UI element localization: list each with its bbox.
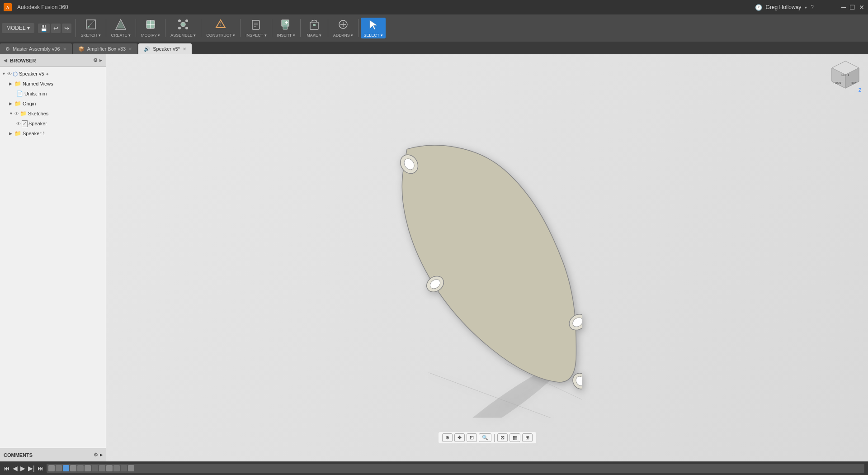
orbit-button[interactable]: ⊕ [442, 433, 453, 442]
nav-cube[interactable]: LEFT FRONT TOP Z [827, 59, 863, 95]
speaker-sketch-eye-icon[interactable]: 👁 [16, 121, 21, 126]
timeline-marker-2[interactable] [56, 465, 62, 471]
undo-button[interactable]: ↩ [51, 24, 61, 33]
tab-icon-amplifier: 📦 [78, 46, 85, 52]
pan-button[interactable]: ✥ [454, 433, 465, 442]
timeline-marker-9[interactable] [106, 465, 113, 471]
toolbar-inspect[interactable]: INSPECT ▾ [243, 18, 269, 38]
toolbar-construct[interactable]: CONSTRUCT ▾ [203, 18, 238, 38]
toolbar-sep-10 [358, 19, 359, 37]
speaker1-arrow[interactable]: ▶ [9, 131, 14, 136]
timeline-marker-10[interactable] [113, 465, 120, 471]
user-dropdown-icon[interactable]: ▾ [805, 5, 807, 10]
svg-text:FRONT: FRONT [834, 81, 843, 84]
timeline-prev-button[interactable]: ◀ [13, 465, 18, 472]
window-controls[interactable]: ─ ☐ ✕ [841, 4, 864, 11]
addins-icon [337, 19, 349, 32]
sketches-folder-icon: 📁 [20, 110, 27, 117]
grid-button[interactable]: ▦ [509, 433, 520, 442]
tab-speaker[interactable]: 🔊 Speaker v5* ✕ [138, 43, 192, 54]
tree-item-origin[interactable]: ▶ 📁 Origin [0, 99, 106, 109]
timeline-marker-6[interactable] [85, 465, 91, 471]
tab-close-master[interactable]: ✕ [63, 47, 66, 52]
view-settings-button[interactable]: ⊞ [522, 433, 533, 442]
maximize-button[interactable]: ☐ [849, 4, 855, 11]
root-visibility-dot[interactable]: ● [46, 71, 49, 76]
display-mode-button[interactable]: ⊠ [497, 433, 508, 442]
svg-point-4 [88, 26, 90, 28]
tab-master-assembly[interactable]: ⚙ Master Assembly v96 ✕ [0, 43, 72, 54]
assemble-icon [177, 19, 189, 32]
save-button[interactable]: 💾 [38, 24, 50, 33]
tree-item-units[interactable]: 📄 Units: mm [0, 89, 106, 99]
assemble-label: ASSEMBLE ▾ [170, 33, 196, 38]
tree-item-root[interactable]: ▼ 👁 ⬡ Speaker v5 ● [0, 69, 106, 79]
timeline-marker-12[interactable] [128, 465, 134, 471]
comments-expand-button[interactable]: ▸ [100, 452, 103, 458]
timeline-next-button[interactable]: ▶| [28, 465, 35, 472]
timeline-marker-3[interactable] [63, 465, 69, 471]
timeline-marker-8[interactable] [99, 465, 105, 471]
close-button[interactable]: ✕ [859, 4, 864, 11]
named-views-arrow[interactable]: ▶ [9, 81, 14, 86]
help-icon[interactable]: ? [811, 4, 814, 10]
model-mode-button[interactable]: MODEL ▾ [2, 23, 34, 33]
speaker-sketch-check-icon: ✓ [22, 120, 28, 127]
toolbar-create[interactable]: CREATE ▾ [108, 18, 133, 38]
title-bar: A Autodesk Fusion 360 🕐 Greg Holloway ▾ … [0, 0, 868, 14]
timeline-play-button[interactable]: ▶ [20, 465, 25, 472]
zoom-fit-button[interactable]: ⊡ [467, 433, 477, 442]
browser-collapse-button[interactable]: ◀ [4, 58, 7, 63]
toolbar-sketch[interactable]: SKETCH ▾ [78, 18, 104, 38]
timeline-end-button[interactable]: ⏭ [38, 465, 44, 472]
timeline-marker-7[interactable] [92, 465, 98, 471]
viewport-controls: ⊕ ✥ ⊡ 🔍 ⊠ ▦ ⊞ [439, 432, 536, 443]
redo-button[interactable]: ↪ [62, 24, 71, 33]
timeline-marker-4[interactable] [70, 465, 76, 471]
tab-close-speaker[interactable]: ✕ [183, 47, 186, 52]
sketches-eye-icon[interactable]: 👁 [14, 111, 19, 116]
comments-settings-button[interactable]: ⚙ [94, 452, 98, 458]
timeline-marker-11[interactable] [121, 465, 127, 471]
timeline-marker-5[interactable] [77, 465, 84, 471]
timeline-marker-1[interactable] [48, 465, 55, 471]
origin-arrow[interactable]: ▶ [9, 101, 14, 106]
viewport[interactable]: LEFT FRONT TOP Z ⊕ ✥ ⊡ 🔍 ⊠ ▦ ⊞ [106, 54, 868, 461]
toolbar-select[interactable]: SELECT ▾ [361, 18, 385, 38]
tree-item-named-views[interactable]: ▶ 📁 Named Views [0, 79, 106, 89]
zoom-button[interactable]: 🔍 [479, 433, 491, 442]
3d-model [392, 110, 582, 418]
tab-close-amplifier[interactable]: ✕ [128, 47, 132, 52]
browser-title: BROWSER [10, 58, 36, 63]
toolbar-addins[interactable]: ADD-INS ▾ [330, 18, 356, 38]
svg-point-13 [178, 27, 181, 29]
select-icon [367, 19, 379, 32]
toolbar-insert[interactable]: INSERT ▾ [274, 18, 298, 38]
svg-point-12 [185, 19, 188, 22]
svg-point-14 [185, 27, 188, 29]
minimize-button[interactable]: ─ [841, 4, 846, 11]
model-label: MODEL [6, 25, 25, 31]
tab-amplifier-box[interactable]: 📦 Amplifier Box v33 ✕ [73, 43, 138, 54]
root-eye-icon[interactable]: 👁 [7, 71, 12, 76]
tree-item-speaker1[interactable]: ▶ 📁 Speaker:1 [0, 128, 106, 138]
toolbar-modify[interactable]: MODIFY ▾ [138, 18, 163, 38]
toolbar-make[interactable]: MAKE ▾ [303, 18, 326, 38]
toolbar: MODEL ▾ 💾 ↩ ↪ SKETCH ▾ CREATE ▾ [0, 14, 868, 42]
toolbar-assemble[interactable]: ASSEMBLE ▾ [168, 18, 198, 38]
svg-line-3 [86, 20, 95, 29]
sketches-arrow[interactable]: ▼ [9, 111, 14, 116]
browser-content: ▼ 👁 ⬡ Speaker v5 ● ▶ 📁 Named Views [0, 67, 106, 448]
origin-label: Origin [23, 101, 36, 106]
svg-point-10 [181, 22, 185, 27]
timeline-rewind-button[interactable]: ⏮ [4, 465, 10, 472]
tree-item-speaker-sketch[interactable]: 👁 ✓ Speaker [0, 119, 106, 128]
z-axis-label: Z [859, 88, 861, 93]
root-arrow[interactable]: ▼ [2, 71, 7, 76]
svg-text:TOP: TOP [850, 81, 856, 84]
user-section: 🕐 Greg Holloway ▾ ? [755, 4, 814, 11]
svg-text:A: A [6, 5, 9, 10]
browser-expand-button[interactable]: ▸ [99, 57, 102, 63]
tree-item-sketches[interactable]: ▼ 👁 📁 Sketches [0, 109, 106, 119]
browser-settings-button[interactable]: ⚙ [93, 57, 98, 63]
